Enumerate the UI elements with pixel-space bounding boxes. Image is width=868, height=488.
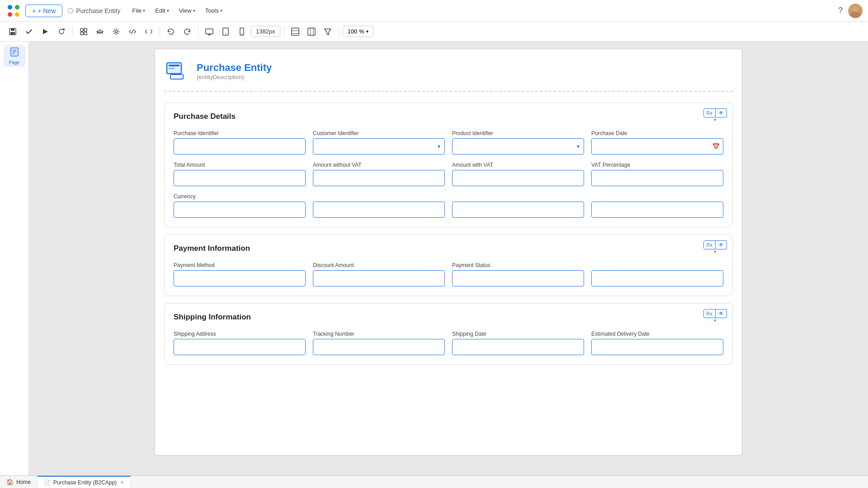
refresh-button[interactable] xyxy=(54,24,69,39)
svg-marker-10 xyxy=(43,29,48,34)
new-button-label: + New xyxy=(38,7,56,14)
zoom-control[interactable]: 100 % ▾ xyxy=(343,26,373,37)
svg-rect-13 xyxy=(80,32,83,35)
user-avatar[interactable] xyxy=(848,4,863,18)
save-button[interactable] xyxy=(5,24,20,39)
layers-button[interactable] xyxy=(93,24,107,39)
chevron-down-icon: ▾ xyxy=(220,8,222,13)
px-value: 1382px xyxy=(256,28,275,35)
tablet-view-button[interactable] xyxy=(218,24,233,39)
page-status-dot xyxy=(68,8,73,14)
html-button[interactable] xyxy=(142,24,156,39)
svg-point-3 xyxy=(15,12,19,17)
svg-point-15 xyxy=(115,30,118,33)
svg-point-5 xyxy=(850,12,861,18)
px-display[interactable]: 1382px xyxy=(251,26,280,37)
help-icon[interactable]: ? xyxy=(838,6,843,15)
svg-point-0 xyxy=(8,5,12,9)
nav-edit[interactable]: Edit ▾ xyxy=(151,5,173,16)
chevron-down-icon: ▾ xyxy=(167,8,169,13)
nav-tools[interactable]: Tools ▾ xyxy=(201,5,227,16)
page-title: Purchase Entity xyxy=(76,7,120,14)
chevron-down-icon: ▾ xyxy=(366,29,368,34)
undo-button[interactable] xyxy=(164,24,178,39)
plus-icon: + xyxy=(32,7,36,14)
mobile-view-button[interactable] xyxy=(235,24,249,39)
svg-rect-9 xyxy=(10,32,15,34)
app-logo[interactable] xyxy=(5,3,22,19)
toolbar-divider-3 xyxy=(198,26,198,37)
toolbar: 1382px 100 % ▾ xyxy=(0,22,868,42)
nav-menu: File ▾ Edit ▾ View ▾ Tools ▾ xyxy=(127,5,227,16)
settings-button[interactable] xyxy=(109,24,123,39)
svg-rect-11 xyxy=(80,28,83,31)
nav-view[interactable]: View ▾ xyxy=(175,5,200,16)
svg-point-2 xyxy=(8,12,12,17)
toolbar-divider-1 xyxy=(72,26,73,37)
svg-rect-12 xyxy=(84,28,87,31)
svg-rect-24 xyxy=(292,28,299,35)
svg-point-1 xyxy=(15,5,19,9)
svg-rect-8 xyxy=(11,28,14,31)
code-button[interactable] xyxy=(125,24,140,39)
top-right-actions: ? xyxy=(838,4,863,18)
svg-rect-27 xyxy=(308,28,315,35)
toolbar-divider-4 xyxy=(284,26,284,37)
redo-button[interactable] xyxy=(180,24,194,39)
toolbar-divider-5 xyxy=(339,26,339,37)
svg-marker-30 xyxy=(325,29,331,35)
zoom-value: 100 % xyxy=(348,28,364,35)
svg-line-16 xyxy=(132,29,133,34)
columns-button[interactable] xyxy=(304,24,319,39)
svg-point-6 xyxy=(853,6,858,12)
top-bar: + + New Purchase Entity File ▾ Edit ▾ Vi… xyxy=(0,0,868,22)
desktop-view-button[interactable] xyxy=(202,24,217,39)
chevron-down-icon: ▾ xyxy=(143,8,145,13)
svg-rect-14 xyxy=(84,32,87,35)
svg-rect-17 xyxy=(206,29,213,34)
new-button[interactable]: + + New xyxy=(25,5,62,17)
toolbar-divider-2 xyxy=(160,26,160,37)
check-button[interactable] xyxy=(22,24,36,39)
svg-point-21 xyxy=(225,33,226,34)
run-button[interactable] xyxy=(38,24,52,39)
filter-button[interactable] xyxy=(321,24,335,39)
chevron-down-icon: ▾ xyxy=(193,8,195,13)
svg-point-23 xyxy=(241,33,242,34)
page-title-area: Purchase Entity xyxy=(68,7,120,14)
grid-button[interactable] xyxy=(76,24,91,39)
grid-view-button[interactable] xyxy=(288,24,302,39)
nav-file[interactable]: File ▾ xyxy=(127,5,150,16)
